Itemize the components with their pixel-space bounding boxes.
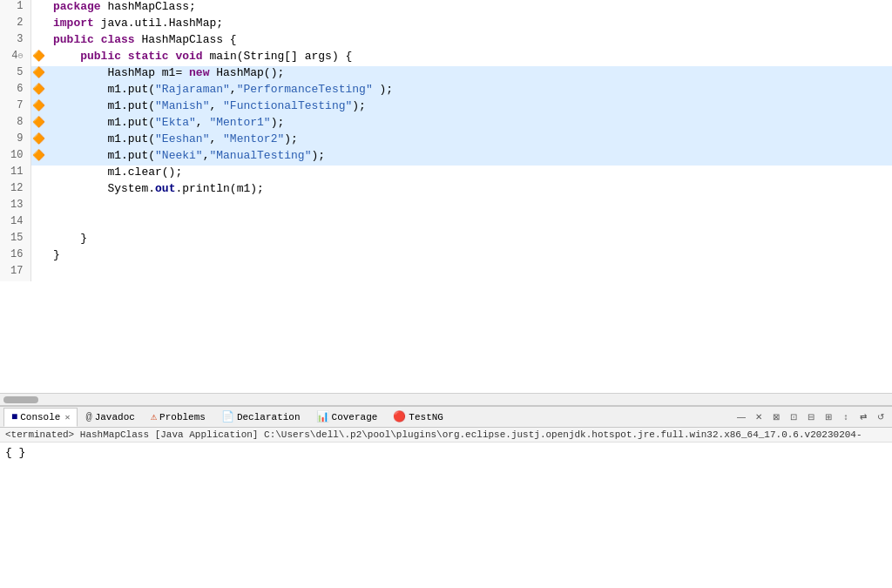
line-number-16: 16 (0, 248, 30, 265)
code-content-13 (46, 199, 892, 215)
line-number-17: 17 (0, 265, 30, 281)
tab-testng[interactable]: 🔴 TestNG (385, 408, 451, 427)
line-number-12: 12 (0, 182, 30, 199)
tab-console[interactable]: ■ Console ✕ (3, 408, 78, 427)
line-icon-3 (30, 33, 46, 50)
code-table: 1 package hashMapClass; 2 import java.ut… (0, 0, 892, 281)
problems-icon: ⚠ (151, 410, 157, 423)
tab-javadoc-label: Javadoc (95, 412, 135, 422)
code-line-1: 1 package hashMapClass; (0, 0, 892, 17)
line-number-13: 13 (0, 199, 30, 215)
line-icon-8: 🔶 (30, 116, 46, 132)
scrollbar-thumb[interactable] (3, 396, 38, 403)
action-btn-6[interactable]: ⇄ (855, 409, 871, 425)
code-content-9: m1.put("Eeshan", "Mentor2"); (46, 132, 892, 149)
line-icon-15 (30, 232, 46, 248)
line-number-1: 1 (0, 0, 30, 17)
code-content-14 (46, 215, 892, 232)
close-console-btn[interactable]: ✕ (751, 409, 767, 425)
line-icon-6: 🔶 (30, 83, 46, 99)
line-icon-9: 🔶 (30, 132, 46, 149)
line-number-11: 11 (0, 166, 30, 182)
action-btn-5[interactable]: ↕ (838, 409, 854, 425)
line-number-4: 4⊖ (0, 50, 30, 66)
code-content-16: } (46, 248, 892, 265)
code-line-7: 7 🔶 m1.put("Manish", "FunctionalTesting"… (0, 99, 892, 116)
code-content-12: System.out.println(m1); (46, 182, 892, 199)
line-icon-10: 🔶 (30, 149, 46, 166)
action-btn-7[interactable]: ↺ (873, 409, 889, 425)
console-output-line-1: { } (5, 446, 887, 459)
code-content-5: HashMap m1= new HashMap(); (46, 66, 892, 83)
code-content-3: public class HashMapClass { (46, 33, 892, 50)
tab-console-label: Console (20, 412, 60, 422)
code-line-8: 8 🔶 m1.put("Ekta", "Mentor1"); (0, 116, 892, 132)
code-line-10: 10 🔶 m1.put("Neeki","ManualTesting"); (0, 149, 892, 166)
javadoc-icon: @ (85, 411, 91, 423)
action-btn-4[interactable]: ⊞ (821, 409, 836, 425)
tab-problems-label: Problems (159, 412, 206, 422)
tab-javadoc[interactable]: @ Javadoc (78, 408, 142, 427)
line-icon-7: 🔶 (30, 99, 46, 116)
bottom-panel: ■ Console ✕ @ Javadoc ⚠ Problems 📄 Decla… (0, 405, 892, 588)
tab-declaration-label: Declaration (237, 412, 301, 422)
code-line-13: 13 (0, 199, 892, 215)
line-icon-13 (30, 199, 46, 215)
line-icon-4: 🔶 (30, 50, 46, 66)
code-line-12: 12 System.out.println(m1); (0, 182, 892, 199)
code-content-15: } (46, 232, 892, 248)
line-icon-12 (30, 182, 46, 199)
terminated-text: <terminated> HashMapClass [Java Applicat… (5, 429, 862, 440)
line-icon-16 (30, 248, 46, 265)
line-number-10: 10 (0, 149, 30, 166)
code-container[interactable]: 1 package hashMapClass; 2 import java.ut… (0, 0, 892, 393)
code-line-17: 17 (0, 265, 892, 281)
code-content-8: m1.put("Ekta", "Mentor1"); (46, 116, 892, 132)
code-content-11: m1.clear(); (46, 166, 892, 182)
action-btn-3[interactable]: ⊟ (803, 409, 819, 425)
code-content-17 (46, 265, 892, 281)
console-icon: ■ (11, 411, 17, 423)
code-content-7: m1.put("Manish", "FunctionalTesting"); (46, 99, 892, 116)
console-terminated-header: <terminated> HashMapClass [Java Applicat… (0, 428, 892, 443)
code-content-10: m1.put("Neeki","ManualTesting"); (46, 149, 892, 166)
code-line-2: 2 import java.util.HashMap; (0, 17, 892, 33)
testng-icon: 🔴 (393, 410, 406, 423)
tab-coverage-label: Coverage (332, 412, 378, 422)
tab-console-close[interactable]: ✕ (64, 412, 70, 422)
declaration-icon: 📄 (221, 410, 234, 423)
line-number-3: 3 (0, 33, 30, 50)
code-line-14: 14 (0, 215, 892, 232)
line-icon-11 (30, 166, 46, 182)
tab-declaration[interactable]: 📄 Declaration (213, 408, 308, 427)
action-btn-2[interactable]: ⊡ (786, 409, 801, 425)
code-line-16: 16 } (0, 248, 892, 265)
line-icon-14 (30, 215, 46, 232)
line-icon-2 (30, 17, 46, 33)
tab-testng-label: TestNG (409, 412, 443, 422)
console-output: { } (0, 443, 892, 588)
line-number-2: 2 (0, 17, 30, 33)
code-content-4: public static void main(String[] args) { (46, 50, 892, 66)
coverage-icon: 📊 (316, 410, 329, 423)
line-number-14: 14 (0, 215, 30, 232)
code-line-11: 11 m1.clear(); (0, 166, 892, 182)
code-line-6: 6 🔶 m1.put("Rajaraman","PerformanceTesti… (0, 83, 892, 99)
tab-problems[interactable]: ⚠ Problems (143, 408, 213, 427)
tabs-bar: ■ Console ✕ @ Javadoc ⚠ Problems 📄 Decla… (0, 407, 892, 428)
code-line-3: 3 public class HashMapClass { (0, 33, 892, 50)
code-content-2: import java.util.HashMap; (46, 17, 892, 33)
code-line-9: 9 🔶 m1.put("Eeshan", "Mentor2"); (0, 132, 892, 149)
action-btn-1[interactable]: ⊠ (768, 409, 784, 425)
code-line-5: 5 🔶 HashMap m1= new HashMap(); (0, 66, 892, 83)
line-number-15: 15 (0, 232, 30, 248)
line-icon-1 (30, 0, 46, 17)
line-number-7: 7 (0, 99, 30, 116)
horizontal-scrollbar[interactable] (0, 393, 892, 405)
line-number-5: 5 (0, 66, 30, 83)
code-content-1: package hashMapClass; (46, 0, 892, 17)
tab-coverage[interactable]: 📊 Coverage (308, 408, 386, 427)
code-line-4: 4⊖ 🔶 public static void main(String[] ar… (0, 50, 892, 66)
minimize-btn[interactable]: — (733, 409, 749, 425)
line-number-6: 6 (0, 83, 30, 99)
